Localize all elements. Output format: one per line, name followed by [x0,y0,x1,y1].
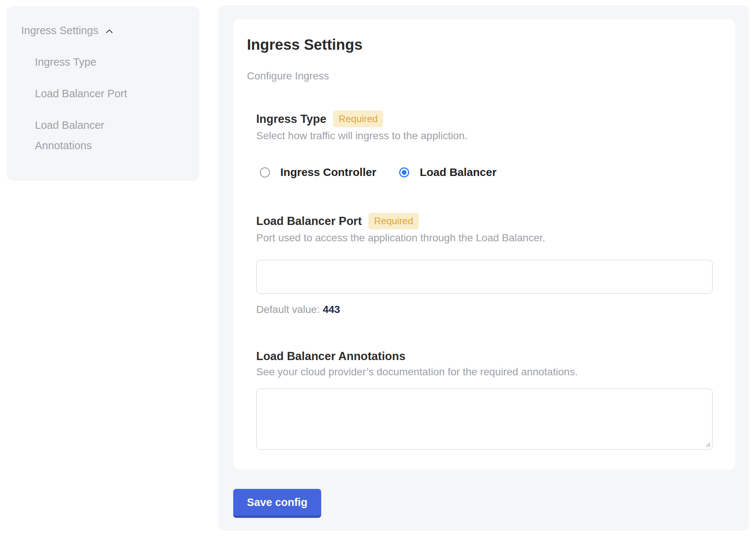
required-badge: Required [333,111,384,127]
radio-option-load-balancer[interactable]: Load Balancer [399,166,496,179]
page-subtitle: Configure Ingress [247,70,713,82]
ingress-type-description: Select how traffic will ingress to the a… [256,130,713,142]
radio-label-ingress-controller[interactable]: Ingress Controller [280,166,376,179]
default-value-number: 443 [323,304,340,315]
settings-sidebar: Ingress Settings Ingress Type Load Balan… [7,6,199,181]
section-load-balancer-annotations: Load Balancer Annotations See your cloud… [256,349,713,450]
section-ingress-type: Ingress Type Required Select how traffic… [256,111,713,179]
lb-annotations-description: See your cloud provider’s documentation … [256,366,713,378]
lb-port-description: Port used to access the application thro… [256,232,713,244]
lb-annotations-heading: Load Balancer Annotations [256,349,405,363]
ingress-type-radio-group: Ingress Controller Load Balancer [260,166,713,179]
chevron-up-icon[interactable] [104,26,114,36]
save-config-button[interactable]: Save config [233,489,321,518]
radio-ingress-controller[interactable] [260,167,270,177]
radio-label-load-balancer[interactable]: Load Balancer [420,166,496,179]
radio-selected-dot [402,170,407,175]
load-balancer-annotations-textarea[interactable] [256,389,713,450]
ingress-type-heading: Ingress Type [256,112,326,126]
radio-option-ingress-controller[interactable]: Ingress Controller [260,166,376,179]
ingress-settings-card: Ingress Settings Configure Ingress Ingre… [233,19,735,470]
main-panel: Ingress Settings Configure Ingress Ingre… [218,5,749,531]
lb-annotations-textarea-wrap [256,389,713,450]
sidebar-subitems: Ingress Type Load Balancer Port Load Bal… [35,52,190,156]
sidebar-item-ingress-settings[interactable]: Ingress Settings [21,20,190,41]
form-sections: Ingress Type Required Select how traffic… [256,111,713,450]
radio-load-balancer[interactable] [399,167,409,177]
default-value-line: Default value:443 [256,303,713,316]
default-value-label: Default value: [256,304,320,315]
sidebar-item-ingress-type[interactable]: Ingress Type [35,52,146,72]
section-load-balancer-port: Load Balancer Port Required Port used to… [256,213,713,316]
load-balancer-port-input[interactable] [256,260,713,294]
lb-port-heading: Load Balancer Port [256,214,362,228]
required-badge: Required [368,213,419,229]
sidebar-item-load-balancer-annotations[interactable]: Load Balancer Annotations [35,115,146,156]
page-title: Ingress Settings [247,36,713,53]
sidebar-item-load-balancer-port[interactable]: Load Balancer Port [35,84,146,104]
page: Ingress Settings Ingress Type Load Balan… [0,0,756,539]
sidebar-root-label: Ingress Settings [21,20,98,41]
